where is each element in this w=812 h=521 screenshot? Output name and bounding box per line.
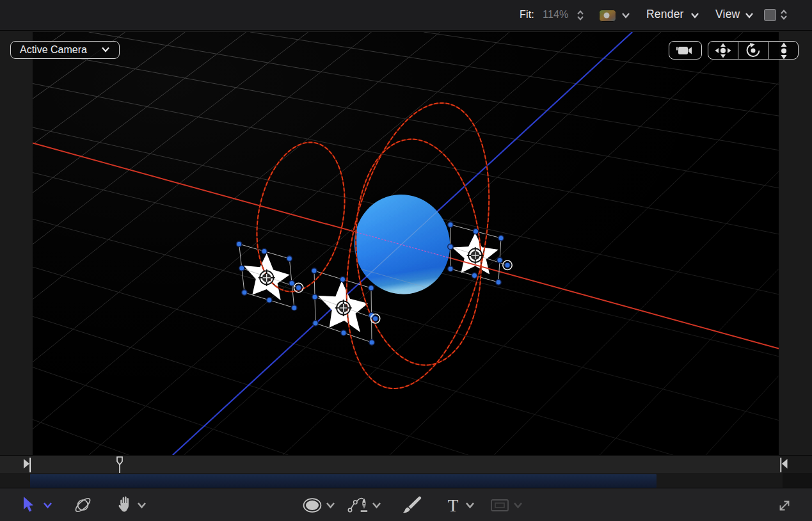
svg-text:T: T <box>448 498 459 513</box>
